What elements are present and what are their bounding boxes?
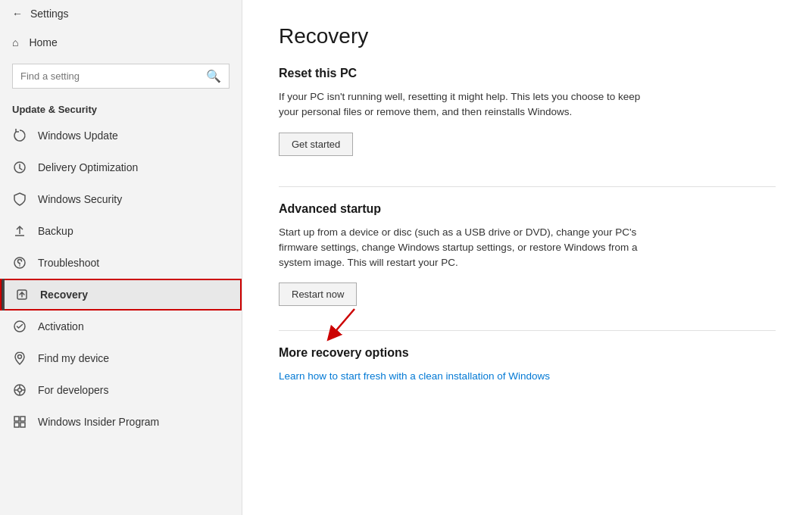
advanced-section-description: Start up from a device or disc (such as … xyxy=(279,225,642,271)
windows-update-icon xyxy=(12,128,27,143)
restart-button-container: Restart now xyxy=(279,282,357,306)
settings-title: Settings xyxy=(30,8,69,20)
clean-install-link[interactable]: Learn how to start fresh with a clean in… xyxy=(279,370,550,382)
sidebar-item-windows-security-label: Windows Security xyxy=(38,193,122,205)
sidebar-item-backup[interactable]: Backup xyxy=(0,215,242,247)
for-developers-icon xyxy=(12,382,27,398)
svg-point-8 xyxy=(18,355,22,359)
sidebar-item-for-developers[interactable]: For developers xyxy=(0,374,242,406)
windows-insider-icon xyxy=(12,414,27,429)
sidebar: ← Settings ⌂ Home 🔍 Update & Security Wi… xyxy=(0,0,242,515)
activation-icon xyxy=(12,319,27,334)
section-divider-2 xyxy=(279,330,776,331)
sidebar-item-windows-security[interactable]: Windows Security xyxy=(0,183,242,215)
sidebar-item-recovery-label: Recovery xyxy=(40,289,88,301)
sidebar-header[interactable]: ← Settings xyxy=(0,0,242,27)
sidebar-item-windows-update[interactable]: Windows Update xyxy=(0,120,242,151)
sidebar-item-find-my-device[interactable]: Find my device xyxy=(0,342,242,374)
sidebar-item-activation[interactable]: Activation xyxy=(0,311,242,342)
delivery-optimization-icon xyxy=(12,160,27,175)
recovery-icon xyxy=(14,287,30,302)
sidebar-item-for-developers-label: For developers xyxy=(38,384,108,396)
sidebar-item-home[interactable]: ⌂ Home xyxy=(0,27,242,58)
sidebar-item-troubleshoot-label: Troubleshoot xyxy=(38,257,99,269)
sidebar-item-windows-insider-label: Windows Insider Program xyxy=(38,416,159,428)
section-divider-1 xyxy=(279,186,776,187)
search-icon: 🔍 xyxy=(206,69,221,83)
sidebar-item-troubleshoot[interactable]: Troubleshoot xyxy=(0,247,242,279)
backup-icon xyxy=(12,223,27,239)
sidebar-item-windows-insider[interactable]: Windows Insider Program xyxy=(0,406,242,438)
find-my-device-icon xyxy=(12,351,27,366)
reset-section-description: If your PC isn't running well, resetting… xyxy=(279,89,642,120)
troubleshoot-icon xyxy=(12,255,27,270)
back-arrow-icon[interactable]: ← xyxy=(12,8,23,20)
sidebar-item-find-my-device-label: Find my device xyxy=(38,352,109,364)
sidebar-item-delivery-optimization-label: Delivery Optimization xyxy=(38,161,138,173)
advanced-section-title: Advanced startup xyxy=(279,202,776,216)
svg-point-4 xyxy=(19,265,20,267)
get-started-button[interactable]: Get started xyxy=(279,133,353,156)
main-content: Recovery Reset this PC If your PC isn't … xyxy=(242,0,812,515)
search-input[interactable] xyxy=(20,70,200,82)
restart-now-button[interactable]: Restart now xyxy=(279,282,357,306)
home-label: Home xyxy=(29,36,57,48)
sidebar-item-recovery[interactable]: Recovery xyxy=(0,279,242,311)
more-options-title: More recovery options xyxy=(279,346,776,360)
reset-section-title: Reset this PC xyxy=(279,67,776,80)
home-icon: ⌂ xyxy=(12,36,18,48)
sidebar-item-backup-label: Backup xyxy=(38,225,73,237)
windows-security-icon xyxy=(12,192,27,207)
sidebar-item-windows-update-label: Windows Update xyxy=(38,130,118,142)
page-title: Recovery xyxy=(279,24,776,48)
sidebar-item-activation-label: Activation xyxy=(38,320,84,332)
sidebar-item-delivery-optimization[interactable]: Delivery Optimization xyxy=(0,151,242,183)
annotation-arrow xyxy=(317,305,362,343)
section-label: Update & Security xyxy=(0,95,242,120)
svg-point-10 xyxy=(18,389,22,392)
search-box[interactable]: 🔍 xyxy=(12,64,230,89)
